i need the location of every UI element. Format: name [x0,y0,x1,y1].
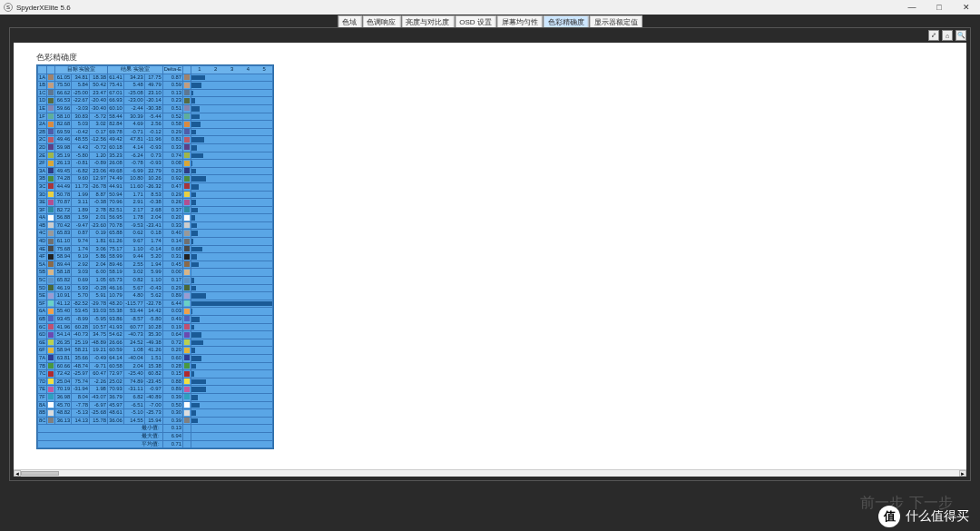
tab-6[interactable]: 显示器额定值 [590,15,642,28]
table-row: 5C65.820.691.0565.730.821.100.17 [38,277,273,285]
table-row: 8A45.70-7.78-6.9745.97-6.51-7.000.50 [38,401,273,409]
table-row: 2B69.59-0.420.1769.78-0.71-0.120.29 [38,128,273,136]
col-swatch [47,66,55,74]
table-row: 3B74.289.6012.9774.4910.8010.260.92 [38,175,273,183]
table-row: 1C66.62-25.0023.4767.01-25.0823.100.13 [38,89,273,97]
workspace: ⤢ ⌂ 🔍 色彩精确度 目标 实验室结果 实验室Delta-E123451A61… [9,27,971,481]
minimize-button[interactable]: — [898,0,926,15]
table-row: 6F58.9458.2119.2160.591.0841.260.20 [38,347,273,355]
col-bars: 12345 [191,66,273,74]
table-row: 4B70.42-9.47-23.6070.78-9.53-23.410.33 [38,221,273,230]
table-row: 6B93.45-8.99-5.9593.86-8.57-5.800.49 [38,316,273,324]
table-row: 1B75.505.8450.4275.415.4849.790.59 [38,82,273,90]
watermark-text: 什么值得买 [906,508,969,525]
table-row: 1D66.53-22.67-20.4066.93-23.00-20.140.23 [38,97,273,105]
report-title: 色彩精确度 [36,52,77,64]
col-target: 目标 实验室 [55,66,107,74]
tab-2[interactable]: 亮度与对比度 [401,15,454,28]
table-row: 3E70.873.11-0.3870.962.91-0.380.26 [38,199,273,207]
table-row: 2C49.4648.55-12.5649.4247.81-11.960.81 [38,136,273,144]
table-row: 3C44.4911.73-26.7844.9111.60-26.320.47 [38,182,273,191]
table-row: 2A82.685.033.0282.844.692.560.58 [38,121,273,129]
col-result: 结果 实验室 [107,66,162,74]
table-row: 5F41.12-82.52-29.7848.20-115.77-22.786.4… [38,300,273,308]
horizontal-scrollbar[interactable]: ◄ ► [14,469,966,477]
tab-0[interactable]: 色域 [338,15,361,28]
table-row: 3F82.721.892.7882.512.172.680.37 [38,206,273,214]
color-accuracy-table: 目标 实验室结果 实验室Delta-E123451A61.0534.8118.3… [36,64,274,449]
table-row: 2F26.13-0.81-0.8926.08-0.78-0.930.08 [38,160,273,168]
tab-3[interactable]: OSD 设置 [455,15,496,28]
table-row: 4C65.830.870.1965.880.620.180.40 [38,230,273,238]
report-page: 色彩精确度 目标 实验室结果 实验室Delta-E123451A61.0534.… [14,43,966,477]
table-row: 4A56.881.592.0156.951.782.040.20 [38,214,273,222]
summary-row: 平均值:0.71 [38,440,273,448]
table-row: 8C36.1314.1315.7836.0614.5515.940.39 [38,417,273,425]
col-swatch2 [183,66,191,74]
home-icon[interactable]: ⌂ [942,30,953,41]
col-delta: Delta-E [162,66,182,74]
table-row: 4F58.949.195.8658.999.445.200.31 [38,253,273,261]
tab-1[interactable]: 色调响应 [362,15,400,28]
table-row: 7D25.0475.74-2.2625.0274.89-23.450.88 [38,378,273,386]
tab-5[interactable]: 色彩精确度 [544,15,589,28]
app-icon: S [4,3,13,12]
table-row: 5A89.442.922.0489.462.551.940.45 [38,261,273,269]
col-idx [38,66,47,74]
tab-bar: 色域色调响应亮度与对比度OSD 设置屏幕均匀性色彩精确度显示器额定值 [338,15,643,28]
zoom-icon[interactable]: 🔍 [956,30,966,41]
table-row: 3A49.45-6.8223.0649.68-6.9922.790.29 [38,167,273,175]
close-button[interactable]: ✕ [953,0,980,15]
scroll-right-icon[interactable]: ► [959,470,966,477]
summary-row: 最大值:6.94 [38,432,273,440]
table-row: 6A55.4053.4533.0355.3853.4414.420.03 [38,308,273,316]
table-row: 7F36.988.04-43.0736.796.82-40.890.39 [38,393,273,401]
table-row: 1E59.66-3.03-30.4060.10-2.44-30.380.51 [38,104,273,113]
table-row: 7A63.8135.66-0.4964.14-40.041.510.60 [38,354,273,362]
table-row: 4E75.681.743.0675.171.10-0.140.68 [38,245,273,253]
title-bar: S SpyderXElite 5.6 — □ ✕ [0,0,980,15]
table-row: 8B48.82-5.13-25.6848.61-5.10-25.730.30 [38,409,273,418]
table-row: 4D61.109.741.8161.269.671.740.14 [38,238,273,246]
table-row: 7E70.19-31.941.9870.93-31.11-0.970.89 [38,386,273,394]
table-row: 5E10.915.705.9110.794.805.620.89 [38,292,273,300]
table-row: 6D54.14-40.7334.7554.62-40.7335.300.64 [38,331,273,339]
table-row: 6C41.9660.2810.5741.9360.7710.280.19 [38,323,273,331]
table-row: 2E35.19-5.801.2035.23-6.240.730.74 [38,152,273,160]
table-row: 7B60.66-48.74-9.7160.582.0415.380.28 [38,362,273,370]
table-row: 1F58.1030.83-5.7258.4430.39-5.440.52 [38,113,273,121]
watermark: 值 什么值得买 [878,506,969,527]
table-row: 3D50.781.998.8750.941.718.530.29 [38,191,273,199]
maximize-button[interactable]: □ [926,0,953,15]
table-row: 5D46.195.93-0.2846.165.67-0.430.29 [38,284,273,292]
table-row: 1A61.0534.8118.3861.4134.2317.750.87 [38,74,273,82]
table-row: 7C72.42-25.9760.4772.97-25.4060.820.15 [38,370,273,379]
watermark-logo: 值 [878,506,900,527]
table-row: 5B58.183.036.0058.193.025.990.00 [38,269,273,277]
summary-row: 最小值:0.13 [38,425,273,433]
app-title: SpyderXElite 5.6 [16,4,71,12]
scroll-left-icon[interactable]: ◄ [14,470,21,477]
table-row: 6E26.3525.19-48.8926.6624.52-49.380.72 [38,339,273,347]
zoom-fit-icon[interactable]: ⤢ [928,30,939,41]
table-row: 2D59.984.43-0.7260.184.14-0.930.33 [38,143,273,152]
tab-4[interactable]: 屏幕均匀性 [497,15,543,28]
